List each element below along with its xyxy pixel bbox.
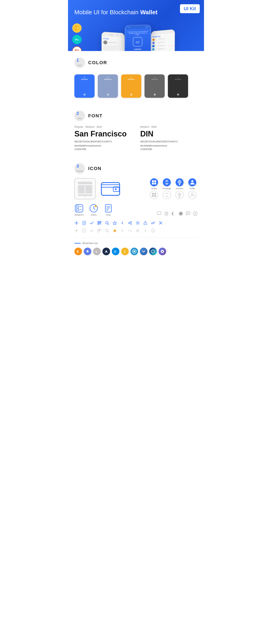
- svg-rect-68: [101, 223, 101, 224]
- svg-marker-99: [86, 250, 89, 252]
- zcash-icon: Z: [121, 248, 129, 255]
- color-swatches: #3574FA #8DA0C8 #F5A623 #666666 #303030: [74, 72, 198, 104]
- section-1-circle: 1 ONE: [74, 58, 85, 68]
- svg-marker-92: [113, 229, 117, 232]
- svg-point-22: [191, 180, 194, 182]
- star-icon: [112, 221, 117, 225]
- svg-point-9: [115, 188, 117, 190]
- svg-rect-35: [75, 204, 83, 212]
- profile-icon-item: Profile: [187, 178, 198, 190]
- svg-rect-84: [83, 229, 86, 232]
- svg-line-77: [130, 223, 130, 224]
- tools-row-1: [74, 219, 198, 227]
- discover-outline-icon: [174, 191, 185, 199]
- exchange-outline-icon: [162, 191, 172, 199]
- btc-icon: ₿: [74, 248, 82, 255]
- close-icon: [158, 221, 163, 225]
- svg-point-74: [128, 222, 130, 224]
- svg-point-97: [153, 230, 153, 230]
- doc-gray-icon: [82, 228, 86, 233]
- svg-point-28: [163, 191, 171, 199]
- svg-rect-27: [154, 195, 156, 197]
- dash-icon: D: [112, 248, 120, 255]
- font-sf: Regular · Medium · Bold San Francisco AB…: [74, 126, 132, 150]
- history-icon: History: [89, 204, 98, 216]
- screens-badge: 60+ Screens: [72, 46, 82, 51]
- comment-icon: [186, 211, 190, 216]
- wireframe-icon-2: [100, 178, 121, 199]
- svg-point-48: [165, 212, 168, 213]
- upload-icon: [143, 221, 148, 225]
- svg-point-32: [179, 196, 180, 198]
- icon-large-row: Assets Exchange Disco: [74, 178, 198, 199]
- phone-right: ●●+ $6,297.12: [150, 29, 175, 51]
- svg-marker-4: [77, 27, 78, 30]
- order-icon: Order: [104, 204, 113, 216]
- star-filled-icon: [112, 228, 117, 233]
- svg-rect-79: [144, 223, 147, 225]
- svg-rect-13: [152, 182, 154, 184]
- svg-rect-12: [154, 180, 156, 182]
- qr-gray-icon: [97, 228, 102, 233]
- svg-point-105: [134, 250, 135, 252]
- swatch-grayblue: #8DA0C8: [98, 74, 118, 98]
- content-area: 1 ONE COLOR #3574FA #8DA0C8 #F5A623 #666…: [68, 51, 204, 264]
- svg-rect-87: [98, 229, 99, 230]
- svg-text:₿: ₿: [77, 250, 78, 253]
- svg-rect-50: [186, 212, 190, 215]
- plus-gray-icon: [74, 228, 78, 233]
- check-gray-icon: [90, 228, 94, 233]
- back-icon: [120, 221, 124, 225]
- svg-point-23: [150, 191, 158, 199]
- svg-rect-62: [98, 222, 99, 222]
- font-section-header: 2 TWO FONT: [74, 104, 198, 126]
- swatch-orange: #F5A623: [121, 74, 141, 98]
- ui-kit-badge: UI Kit: [180, 4, 200, 13]
- hero-title: Mobile UI for Blockchain Wallet: [74, 8, 198, 16]
- forward-gray-icon: [143, 228, 148, 233]
- svg-point-10: [150, 178, 158, 186]
- eth-icon: [84, 248, 92, 255]
- svg-line-91: [108, 232, 109, 232]
- svg-rect-26: [152, 195, 154, 197]
- discover-icon-item: Discover: [174, 178, 185, 190]
- qtum-icon: [130, 248, 138, 255]
- font-section-title: FONT: [88, 113, 103, 118]
- svg-point-55: [195, 212, 196, 213]
- svg-rect-14: [154, 182, 156, 184]
- font-row: Regular · Medium · Bold San Francisco AB…: [74, 126, 198, 150]
- svg-rect-37: [76, 209, 78, 211]
- svg-rect-25: [154, 193, 156, 195]
- wings-icon: [102, 248, 110, 255]
- svg-point-75: [131, 224, 132, 225]
- circle-icon: [178, 211, 183, 216]
- profile-outline-icon: [187, 191, 198, 199]
- svg-rect-47: [157, 212, 161, 214]
- hero-badges: Ps 60+ Screens: [72, 24, 82, 51]
- settings-icon: [136, 221, 140, 225]
- photoshop-badge: Ps: [72, 35, 82, 44]
- exchange-icon-item: Exchange: [162, 178, 172, 190]
- sketch-badge: [72, 24, 82, 33]
- management-icon: Mangment: [74, 204, 84, 216]
- info-gray-icon: [151, 228, 155, 233]
- font-din: Medium · Bold DIN ABCDEFGHIJKLMNOPQRSTUV…: [140, 126, 198, 150]
- svg-text:Ł: Ł: [96, 250, 98, 253]
- bc-line: [74, 243, 81, 244]
- share-icon: [128, 221, 132, 225]
- svg-rect-69: [100, 224, 101, 224]
- svg-marker-3: [75, 27, 77, 30]
- svg-rect-11: [152, 180, 154, 182]
- svg-rect-24: [152, 193, 154, 195]
- svg-marker-72: [113, 221, 117, 225]
- swatch-gray: #666666: [144, 74, 165, 98]
- wireframe-icon-1: [74, 178, 96, 199]
- section-2-circle: 2 TWO: [74, 110, 85, 121]
- check-icon: [90, 221, 94, 225]
- moon-icon: [171, 211, 176, 216]
- qr-icon: [97, 221, 102, 225]
- tools-row-2: [74, 227, 198, 234]
- ltc-icon: Ł: [93, 248, 101, 255]
- doc-add-icon: [82, 221, 86, 225]
- svg-point-78: [137, 222, 138, 224]
